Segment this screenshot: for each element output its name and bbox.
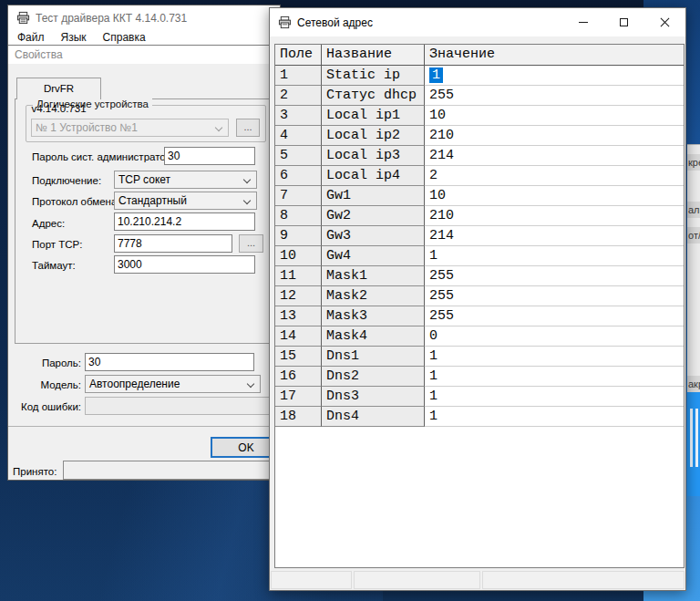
cell-field[interactable]: 15: [275, 347, 322, 367]
table-row[interactable]: 3 Local ip1 10: [275, 106, 684, 126]
tcp-port-browse-button[interactable]: ...: [239, 234, 263, 253]
minimize-button[interactable]: [562, 8, 603, 36]
cell-value[interactable]: 255: [425, 86, 684, 106]
cell-name[interactable]: Mask1: [322, 266, 425, 286]
cell-value[interactable]: 2: [425, 166, 684, 186]
table-row[interactable]: 16 Dns2 1: [275, 367, 684, 387]
protocol-combo[interactable]: Стандартный: [114, 192, 257, 210]
maximize-button[interactable]: [603, 8, 644, 36]
cell-value[interactable]: 255: [425, 286, 684, 306]
cell-value[interactable]: 1: [425, 66, 684, 86]
cell-name[interactable]: Gw2: [322, 206, 425, 226]
background-fragment: кре: [687, 154, 700, 171]
cell-name[interactable]: Gw1: [322, 186, 425, 206]
cell-name[interactable]: Dns1: [322, 347, 425, 367]
tab-drvfr[interactable]: DrvFR v4.14.0.731: [16, 78, 101, 99]
cell-name[interactable]: Mask4: [322, 326, 425, 347]
cell-name[interactable]: Local ip1: [322, 106, 425, 126]
device-browse-button[interactable]: ...: [236, 119, 260, 137]
menu-language[interactable]: Язык: [54, 30, 94, 46]
cell-value[interactable]: 1: [425, 387, 684, 407]
cell-field[interactable]: 4: [275, 126, 322, 146]
cell-name[interactable]: Dns2: [322, 367, 425, 387]
main-window-title: Тест драйвера ККТ 4.14.0.731: [36, 12, 280, 25]
cell-value[interactable]: 10: [425, 106, 684, 126]
cell-field[interactable]: 8: [275, 206, 322, 226]
cell-field[interactable]: 9: [275, 226, 322, 246]
cell-field[interactable]: 2: [275, 86, 322, 106]
network-table: Поле Название Значение 1 Static ip 1 2 С…: [274, 44, 685, 568]
model-combo[interactable]: Автоопределение: [85, 375, 261, 393]
password-input[interactable]: [85, 353, 254, 371]
cell-field[interactable]: 1: [275, 66, 322, 86]
table-row[interactable]: 5 Local ip3 214: [275, 146, 684, 166]
model-combo-value: Автоопределение: [89, 378, 180, 390]
menu-file[interactable]: Файл: [10, 30, 52, 46]
cell-field[interactable]: 5: [275, 146, 322, 166]
cell-name[interactable]: Mask3: [322, 306, 425, 326]
cell-value[interactable]: 255: [425, 266, 684, 286]
table-row[interactable]: 14 Mask4 0: [275, 326, 684, 347]
address-input[interactable]: [114, 212, 255, 231]
cell-value[interactable]: 1: [425, 407, 684, 427]
timeout-input[interactable]: [114, 255, 255, 274]
maximize-icon: [620, 18, 628, 26]
table-row[interactable]: 15 Dns1 1: [275, 347, 684, 367]
cell-name[interactable]: Gw3: [322, 226, 425, 246]
cell-name[interactable]: Dns4: [322, 407, 425, 427]
cell-value[interactable]: 214: [425, 226, 684, 246]
cell-name[interactable]: Mask2: [322, 286, 425, 306]
cell-name[interactable]: Gw4: [322, 246, 425, 266]
table-row[interactable]: 13 Mask3 255: [275, 306, 684, 326]
error-code-input[interactable]: [85, 397, 287, 415]
table-row[interactable]: 6 Local ip4 2: [275, 166, 684, 186]
table-row[interactable]: 10 Gw4 1: [275, 246, 684, 266]
table-row[interactable]: 18 Dns4 1: [275, 407, 684, 427]
cell-field[interactable]: 18: [275, 407, 322, 427]
cell-field[interactable]: 17: [275, 387, 322, 407]
cell-value[interactable]: 255: [425, 306, 684, 326]
cell-value[interactable]: 1: [425, 367, 684, 387]
menu-help[interactable]: Справка: [96, 30, 153, 46]
cell-value[interactable]: 1: [425, 246, 684, 266]
cell-name[interactable]: Local ip4: [322, 166, 425, 186]
background-window-blue-area: [687, 392, 700, 496]
connection-combo[interactable]: TCP сокет: [114, 171, 257, 189]
admin-password-input[interactable]: [164, 147, 255, 165]
background-window-panel: кре али от/ акр: [687, 144, 700, 392]
cell-name[interactable]: Local ip3: [322, 146, 425, 166]
cell-name[interactable]: Local ip2: [322, 126, 425, 146]
cell-value[interactable]: 210: [425, 126, 684, 146]
cell-field[interactable]: 7: [275, 186, 322, 206]
device-combo[interactable]: № 1 Устройство №1: [31, 119, 229, 137]
cell-name[interactable]: Статус dhcp: [322, 86, 425, 106]
table-row[interactable]: 7 Gw1 10: [275, 186, 684, 206]
cell-field[interactable]: 10: [275, 246, 322, 266]
tcp-port-input[interactable]: [114, 234, 232, 253]
table-row[interactable]: 1 Static ip 1: [275, 66, 684, 86]
table-row[interactable]: 11 Mask1 255: [275, 266, 684, 286]
cell-field[interactable]: 12: [275, 286, 322, 306]
background-window-edge: кре али от/ акр: [687, 0, 700, 601]
table-row[interactable]: 2 Статус dhcp 255: [275, 86, 684, 106]
cell-name[interactable]: Dns3: [322, 387, 425, 407]
table-row[interactable]: 8 Gw2 210: [275, 206, 684, 226]
cell-field[interactable]: 13: [275, 306, 322, 326]
network-address-window: Сетевой адрес Поле Название Значение 1 S…: [269, 7, 686, 591]
cell-field[interactable]: 11: [275, 266, 322, 286]
cell-field[interactable]: 3: [275, 106, 322, 126]
table-row[interactable]: 12 Mask2 255: [275, 286, 684, 306]
cell-value[interactable]: 10: [425, 186, 684, 206]
cell-value[interactable]: 0: [425, 326, 684, 347]
cell-field[interactable]: 14: [275, 326, 322, 347]
table-row[interactable]: 17 Dns3 1: [275, 387, 684, 407]
table-row[interactable]: 4 Local ip2 210: [275, 126, 684, 146]
cell-value[interactable]: 214: [425, 146, 684, 166]
cell-field[interactable]: 6: [275, 166, 322, 186]
cell-name[interactable]: Static ip: [322, 66, 425, 86]
cell-field[interactable]: 16: [275, 367, 322, 387]
cell-value[interactable]: 1: [425, 347, 684, 367]
table-row[interactable]: 9 Gw3 214: [275, 226, 684, 246]
close-button[interactable]: [644, 8, 685, 36]
cell-value[interactable]: 210: [425, 206, 684, 226]
